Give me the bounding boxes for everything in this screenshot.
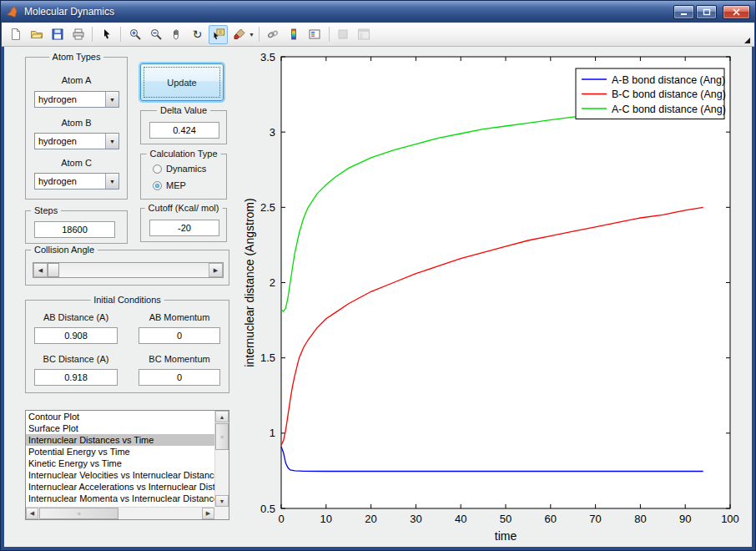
show-plot-tools-icon[interactable]: [355, 25, 374, 44]
window-title: Molecular Dynamics: [24, 6, 114, 18]
atom-b-dropdown[interactable]: hydrogen ▼: [34, 133, 119, 149]
svg-text:internuclear distance (Angstro: internuclear distance (Angstrom): [243, 198, 256, 366]
chevron-down-icon[interactable]: ▼: [105, 92, 118, 107]
brush-icon[interactable]: [229, 25, 249, 44]
scroll-left-arrow-icon[interactable]: ◀: [26, 508, 38, 519]
bc-distance-field[interactable]: [34, 369, 118, 386]
bc-momentum-label: BC Momentum: [139, 354, 220, 364]
list-item[interactable]: Surface Plot: [26, 422, 214, 434]
list-item[interactable]: Internuclear Momenta vs Internuclear Dis…: [26, 493, 214, 504]
minimize-button[interactable]: [673, 5, 694, 19]
svg-text:2.5: 2.5: [260, 201, 275, 214]
horizontal-scroll-thumb[interactable]: ≡: [39, 508, 118, 519]
update-button[interactable]: Update: [140, 63, 224, 101]
ab-momentum-field[interactable]: [139, 327, 220, 344]
radio-icon[interactable]: [153, 164, 162, 174]
atom-a-dropdown[interactable]: hydrogen ▼: [34, 91, 119, 108]
titlebar[interactable]: Molecular Dynamics: [1, 1, 755, 23]
svg-text:90: 90: [679, 513, 691, 525]
svg-text:0.5: 0.5: [260, 503, 275, 515]
link-plot-icon[interactable]: [264, 25, 283, 44]
list-item[interactable]: Kinetic Energy vs Time: [26, 457, 214, 469]
maximize-button[interactable]: [696, 5, 717, 19]
radio-selected-icon[interactable]: [153, 181, 162, 190]
svg-text:B-C bond distance (Ang): B-C bond distance (Ang): [612, 88, 726, 100]
edit-plot-icon[interactable]: [97, 25, 116, 44]
svg-text:70: 70: [589, 513, 601, 525]
zoom-in-icon[interactable]: [125, 25, 144, 44]
insert-legend-icon[interactable]: [305, 25, 325, 44]
calculation-type-panel: Calculation Type Dynamics MEP: [140, 154, 227, 200]
scroll-right-arrow-icon[interactable]: ▶: [202, 508, 214, 519]
vertical-scroll-thumb[interactable]: ≡: [215, 423, 229, 450]
figure-canvas: Atom Types Atom A hydrogen ▼ Atom B hydr…: [4, 47, 752, 547]
matlab-app-icon: [6, 5, 19, 18]
svg-text:2: 2: [270, 276, 275, 289]
list-item[interactable]: Internuclear Velocities vs Internuclear …: [26, 469, 214, 481]
internuclear-distance-plot[interactable]: 01020304050607080901000.511.522.533.5tim…: [242, 51, 749, 548]
steps-panel-title: Steps: [31, 205, 61, 215]
steps-panel: Steps: [25, 210, 128, 244]
slider-right-arrow-icon[interactable]: ▶: [209, 263, 223, 277]
vertical-scrollbar[interactable]: ▲ ≡ ▼: [214, 411, 229, 507]
initial-conditions-panel: Initial Conditions AB Distance (A) AB Mo…: [25, 300, 229, 393]
chevron-down-icon[interactable]: ▼: [105, 134, 118, 149]
data-cursor-icon[interactable]: [209, 25, 228, 44]
svg-text:60: 60: [545, 513, 557, 525]
atom-c-dropdown[interactable]: hydrogen ▼: [34, 173, 119, 190]
insert-colorbar-icon[interactable]: [285, 25, 304, 44]
svg-text:0: 0: [278, 513, 284, 525]
bc-momentum-field[interactable]: [139, 369, 220, 386]
steps-field[interactable]: [34, 221, 115, 238]
cutoff-panel: Cutoff (Kcal/ mol): [140, 208, 227, 242]
atom-a-label: Atom A: [26, 75, 127, 85]
svg-text:30: 30: [410, 513, 421, 525]
list-item[interactable]: Potential Energy vs Time: [26, 446, 214, 457]
atom-c-label: Atom C: [26, 158, 127, 168]
slider-left-arrow-icon[interactable]: ◀: [33, 263, 48, 277]
save-figure-icon[interactable]: [48, 25, 67, 44]
zoom-out-icon[interactable]: [146, 25, 165, 44]
rotate-3d-icon[interactable]: ↻: [188, 25, 207, 44]
delta-value-field[interactable]: [149, 122, 219, 139]
svg-text:40: 40: [455, 513, 466, 525]
svg-text:time: time: [495, 529, 517, 543]
chart-area[interactable]: 01020304050607080901000.511.522.533.5tim…: [242, 51, 749, 548]
calculation-type-panel-title: Calculation Type: [146, 149, 220, 159]
scroll-up-arrow-icon[interactable]: ▲: [215, 411, 229, 422]
dynamics-radio[interactable]: Dynamics: [153, 164, 206, 174]
plot-type-listbox[interactable]: Contour PlotSurface PlotInternuclear Dis…: [25, 410, 229, 520]
list-item[interactable]: Internuclear Distances vs Time: [26, 434, 214, 446]
atom-c-value: hydrogen: [35, 176, 105, 186]
svg-text:A-B bond distance (Ang): A-B bond distance (Ang): [612, 74, 725, 86]
list-item[interactable]: Internuclear Accelerations vs Internucle…: [26, 481, 214, 493]
list-item[interactable]: Contour Plot: [26, 411, 214, 422]
delta-value-panel: Delta Value: [140, 110, 227, 144]
pan-icon[interactable]: [167, 25, 186, 44]
brush-menu-arrow-icon[interactable]: ▼: [249, 32, 255, 38]
toolbar-separator: [329, 27, 330, 42]
cutoff-field[interactable]: [149, 220, 219, 236]
print-figure-icon[interactable]: [68, 25, 88, 44]
cutoff-panel-title: Cutoff (Kcal/ mol): [145, 203, 223, 213]
hide-plot-tools-icon[interactable]: [334, 25, 353, 44]
open-file-icon[interactable]: [27, 25, 46, 44]
close-button[interactable]: [723, 5, 750, 19]
ab-distance-field[interactable]: [34, 327, 118, 344]
collision-angle-panel-title: Collision Angle: [31, 245, 98, 255]
chevron-down-icon[interactable]: ▼: [105, 174, 118, 189]
horizontal-scrollbar[interactable]: ◀ ≡ ▶: [26, 507, 214, 519]
mep-radio[interactable]: MEP: [153, 180, 186, 190]
toolbar-overflow-arrow[interactable]: [744, 38, 750, 43]
new-figure-icon[interactable]: [6, 25, 25, 44]
dynamics-radio-label: Dynamics: [166, 164, 206, 174]
slider-thumb[interactable]: [48, 263, 59, 277]
mep-radio-label: MEP: [166, 180, 186, 190]
collision-angle-slider[interactable]: ◀ ▶: [33, 262, 224, 278]
ab-momentum-label: AB Momentum: [139, 312, 220, 322]
scroll-down-arrow-icon[interactable]: ▼: [215, 495, 229, 507]
svg-text:3.5: 3.5: [260, 51, 275, 63]
svg-text:1: 1: [270, 427, 275, 439]
plot-type-list-items: Contour PlotSurface PlotInternuclear Dis…: [26, 411, 214, 507]
delta-value-panel-title: Delta Value: [157, 105, 210, 115]
